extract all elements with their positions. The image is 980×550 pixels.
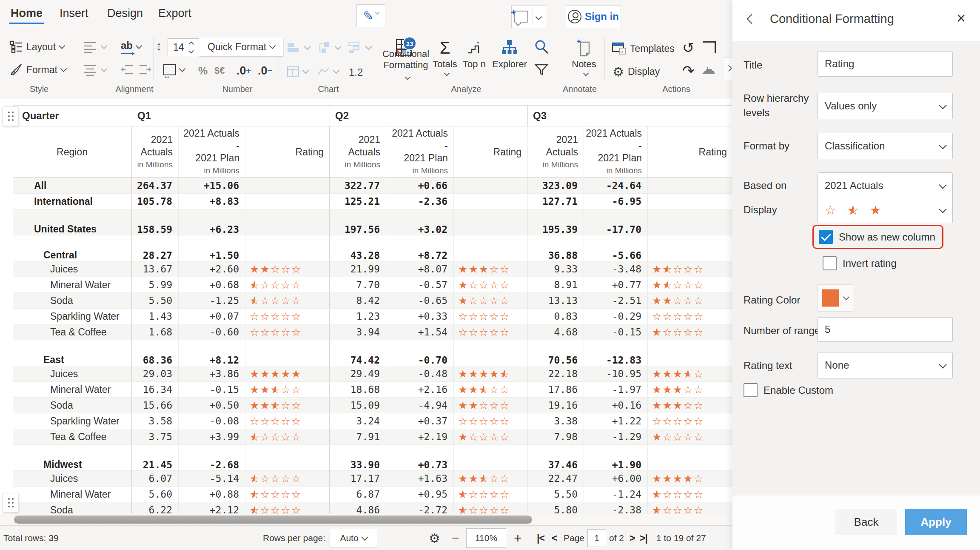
table-drag-handle[interactable] [3,106,19,126]
delta-cell[interactable]: -10.95 [584,366,648,381]
actuals-cell[interactable]: 13.13 [527,293,584,308]
rating-cell[interactable]: ★☆☆☆☆☆ [648,487,732,502]
delta-cell[interactable]: +0.16 [584,398,648,413]
region-cell[interactable]: Mineral Water [13,382,132,397]
region-cell[interactable]: Sparkling Water [13,413,132,429]
quarter-corner-header[interactable]: Quarter [13,106,132,126]
delta-cell[interactable]: -3.48 [584,261,648,277]
actuals-cell[interactable]: 323.09 [527,178,584,193]
region-cell[interactable]: Sparkling Water [13,309,132,324]
actuals-header[interactable]: 2021Actualsin Millions [132,126,179,178]
rating-cell[interactable] [648,194,732,209]
actuals-cell[interactable]: 0.83 [527,309,584,324]
rating-cell[interactable]: ☆☆☆☆☆ [245,324,330,340]
rating-color-picker[interactable] [818,284,853,312]
region-cell[interactable]: Tea & Coffee [13,324,132,340]
ribbon-expand-button[interactable] [724,57,733,79]
rating-cell[interactable]: ★★★☆☆ [648,398,732,413]
text-wrap-button[interactable]: ab [121,37,141,56]
rating-cell[interactable]: ☆☆☆☆☆ [648,413,732,429]
actuals-cell[interactable]: 4.68 [527,324,584,340]
delta-cell[interactable]: -12.83 [584,340,648,370]
actuals-cell[interactable]: 5.99 [132,277,179,292]
rating-cell[interactable]: ★☆☆☆☆ [454,293,527,308]
actuals-cell[interactable]: 8.42 [330,293,386,308]
region-header[interactable]: Region [13,126,132,178]
filter-button[interactable] [534,60,549,79]
region-cell[interactable]: Soda [13,398,132,413]
actuals-cell[interactable]: 19.16 [527,398,584,413]
actuals-cell[interactable]: 17.17 [330,471,386,486]
close-icon[interactable]: × [957,9,966,27]
indent-increase-button[interactable] [139,60,151,79]
delta-cell[interactable]: -0.60 [179,324,245,340]
region-cell[interactable]: Juices [13,471,132,486]
format-by-select[interactable]: Classification [818,133,953,159]
tab-export[interactable]: Export [158,7,191,20]
delta-cell[interactable]: +3.02 [386,209,454,239]
rating-cell[interactable] [454,209,527,239]
horizontal-scrollbar[interactable] [0,514,732,525]
delta-cell[interactable]: -0.70 [386,340,454,370]
undo-button[interactable]: ↺ [682,38,695,57]
waterfall-chart-button[interactable] [348,38,371,57]
delta-header[interactable]: 2021 Actuals -2021 Planin Millions [386,126,454,178]
actuals-cell[interactable]: 13.67 [132,261,179,277]
actuals-cell[interactable]: 74.42 [330,340,386,370]
actuals-cell[interactable]: 158.59 [132,209,179,239]
delta-cell[interactable]: +15.06 [179,178,245,193]
actuals-cell[interactable]: 3.38 [527,413,584,429]
rating-cell[interactable]: ★☆☆☆☆☆ [245,293,330,308]
actuals-cell[interactable]: 105.78 [132,194,179,209]
actuals-cell[interactable]: 9.33 [527,261,584,277]
actuals-cell[interactable]: 18.68 [330,382,386,397]
actuals-header[interactable]: 2021Actualsin Millions [527,126,584,178]
back-chevron-icon[interactable] [746,14,757,24]
delta-cell[interactable]: +2.60 [179,261,245,277]
rating-cell[interactable] [245,194,330,209]
sparkline-button[interactable] [317,62,339,81]
actuals-cell[interactable]: 195.39 [527,209,584,239]
row-hierarchy-select[interactable]: Values only [818,93,953,119]
quarter-header-q2[interactable]: Q2 [330,106,527,126]
quick-format-button[interactable]: Quick Format [199,37,283,56]
delta-cell[interactable]: -24.64 [584,178,648,193]
delta-cell[interactable]: +8.83 [179,194,245,209]
region-cell[interactable]: Juices [13,261,132,277]
vertical-align-button[interactable] [83,37,106,56]
region-cell[interactable]: Tea & Coffee [13,429,132,444]
delta-cell[interactable]: +8.07 [386,261,454,277]
region-cell[interactable]: Central [13,235,132,265]
actuals-cell[interactable]: 15.09 [330,398,386,413]
actuals-cell[interactable]: 1.43 [132,309,179,324]
scrollbar-thumb[interactable] [14,516,532,524]
delta-cell[interactable]: -0.29 [584,309,648,324]
rating-cell[interactable]: ☆☆☆☆☆ [454,324,527,340]
rating-cell[interactable] [454,445,527,474]
delta-cell[interactable]: -5.14 [179,471,245,486]
rating-text-select[interactable]: None [818,352,953,378]
totals-button[interactable]: Σ Totals [431,37,459,82]
rating-header[interactable]: Rating [245,126,330,178]
delta-cell[interactable]: -2.51 [584,293,648,308]
delta-cell[interactable]: -0.65 [386,293,454,308]
rating-cell[interactable]: ★★☆☆☆☆ [648,277,732,292]
actuals-cell[interactable]: 1.23 [330,309,386,324]
delta-cell[interactable]: -0.48 [386,366,454,381]
rating-cell[interactable]: ★★★☆☆ [648,382,732,397]
region-cell[interactable]: All [13,178,132,193]
rating-cell[interactable] [648,209,732,239]
actuals-cell[interactable]: 21.45 [132,445,179,474]
actuals-cell[interactable]: 6.87 [330,487,386,502]
actuals-cell[interactable]: 6.07 [132,471,179,486]
actuals-cell[interactable]: 5.60 [132,487,179,502]
rating-cell[interactable]: ☆☆☆☆☆ [454,413,527,429]
currency-format-button[interactable]: $€ [214,61,225,80]
delta-cell[interactable]: +0.68 [179,277,245,292]
actuals-cell[interactable]: 8.91 [527,277,584,292]
first-page-button[interactable]: |< [537,533,544,544]
search-button[interactable] [533,37,550,56]
rating-header[interactable]: Rating [454,126,527,178]
notes-button[interactable]: Notes [566,37,602,82]
apply-button[interactable]: Apply [905,509,967,535]
